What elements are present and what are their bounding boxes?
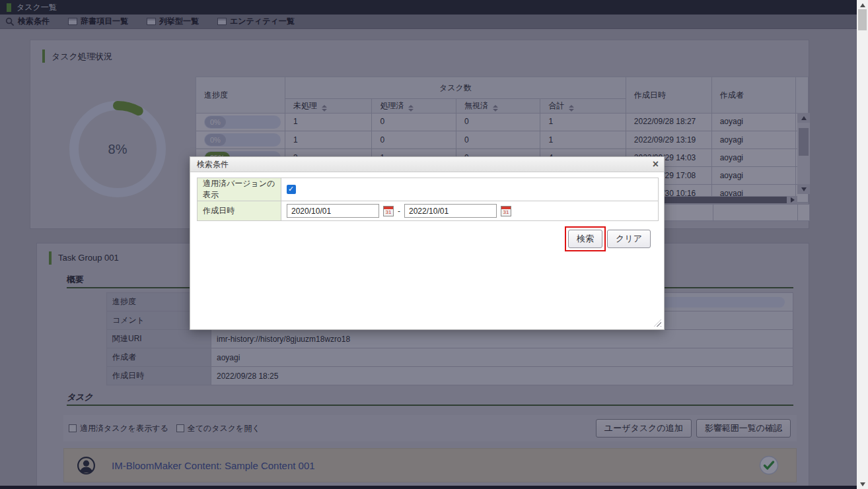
form-row-created-date: 作成日時 31 - 31 bbox=[198, 201, 659, 221]
date-to-input[interactable] bbox=[404, 204, 497, 218]
dialog-resize-handle[interactable] bbox=[654, 319, 661, 327]
dialog-title: 検索条件 bbox=[197, 159, 653, 170]
dialog-header[interactable]: 検索条件 × bbox=[190, 157, 664, 172]
scroll-up-button[interactable] bbox=[857, 0, 868, 10]
calendar-icon[interactable]: 31 bbox=[501, 206, 511, 216]
app-window: タスク一覧 検索条件 辞書項目一覧 列挙型一覧 エンティティ一覧 タスク処理状 bbox=[0, 0, 868, 489]
search-conditions-dialog: 検索条件 × 適用済バージョンの表示 作成日時 31 - bbox=[190, 156, 665, 330]
form-row-applied-version: 適用済バージョンの表示 bbox=[198, 178, 659, 201]
triangle-down-icon bbox=[860, 482, 865, 486]
triangle-up-icon bbox=[860, 3, 865, 7]
search-form: 適用済バージョンの表示 作成日時 31 - 31 bbox=[197, 178, 659, 221]
scroll-down-button[interactable] bbox=[857, 479, 868, 489]
search-button[interactable]: 検索 bbox=[568, 230, 602, 248]
close-icon[interactable]: × bbox=[653, 159, 659, 170]
scroll-thumb[interactable] bbox=[858, 9, 867, 30]
clear-button[interactable]: クリア bbox=[607, 230, 651, 248]
applied-version-checkbox[interactable] bbox=[287, 185, 296, 194]
date-from-input[interactable] bbox=[287, 204, 379, 218]
date-range-separator: - bbox=[398, 207, 400, 216]
browser-scrollbar bbox=[857, 0, 868, 489]
calendar-icon[interactable]: 31 bbox=[383, 206, 394, 216]
